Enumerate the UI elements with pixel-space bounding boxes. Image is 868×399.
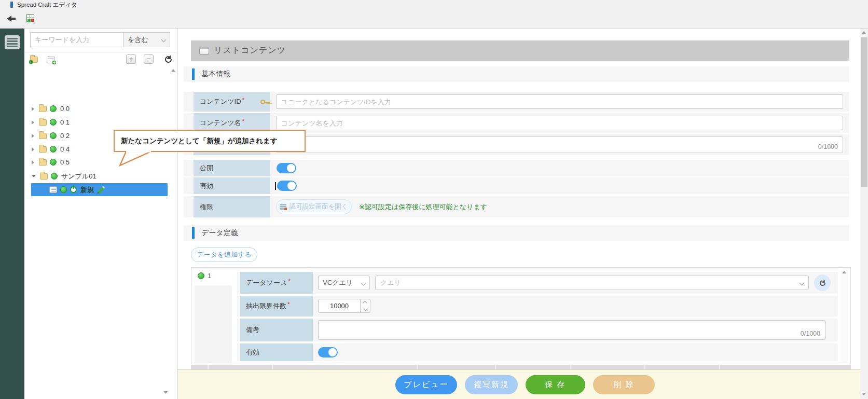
data-row-index: 1 bbox=[198, 272, 211, 280]
field-label-text: 有効 bbox=[246, 348, 259, 357]
back-arrow-icon-bar bbox=[11, 18, 16, 20]
match-mode-select[interactable]: を含む bbox=[123, 32, 170, 47]
tree-item-label: 0 0 bbox=[60, 105, 70, 113]
copy-new-button[interactable]: 複写新規 bbox=[465, 375, 518, 394]
field-label: 公開 bbox=[194, 160, 270, 176]
status-dot-icon bbox=[60, 186, 67, 193]
field-label-text: 権限 bbox=[200, 202, 213, 212]
permission-note: ※認可設定は保存後に処理可能となります bbox=[359, 202, 487, 212]
chevron-down-icon bbox=[800, 280, 805, 285]
add-folder-button[interactable] bbox=[30, 57, 38, 63]
data-row-limit: 抽出限界件数 * bbox=[237, 296, 838, 317]
auth-settings-label: 認可設定画面を開く bbox=[289, 202, 348, 211]
collapse-arrow-icon[interactable] bbox=[32, 147, 34, 152]
required-mark: * bbox=[288, 278, 291, 285]
publish-toggle-on[interactable] bbox=[277, 163, 296, 173]
tree-item[interactable]: 0 1 bbox=[24, 116, 177, 129]
tree-item-new-selected[interactable]: 新規 bbox=[31, 183, 168, 196]
main-content: リストコンテンツ 基本情報 コンテンツID * コンテンツ名 * bbox=[177, 29, 860, 399]
scroll-down-icon[interactable] bbox=[862, 393, 866, 395]
tree-item[interactable]: 0 0 bbox=[24, 102, 177, 115]
tooltip-callout: 新たなコンテンツとして「新規」が追加されます bbox=[114, 130, 306, 152]
limit-number-input[interactable] bbox=[318, 299, 361, 313]
tree-item-label: サンプル01 bbox=[61, 172, 97, 181]
scrollbar-thumb[interactable] bbox=[861, 37, 867, 187]
expand-all-button[interactable]: + bbox=[126, 54, 136, 64]
folder-icon bbox=[39, 133, 47, 139]
row-number: 1 bbox=[208, 272, 211, 280]
tree-scrollbar-up[interactable] bbox=[171, 69, 175, 72]
collapse-arrow-icon[interactable] bbox=[32, 160, 34, 164]
collapse-arrow-icon[interactable] bbox=[32, 120, 34, 125]
content-header: リストコンテンツ bbox=[191, 40, 849, 61]
refresh-tree-button[interactable] bbox=[165, 56, 172, 63]
add-data-button[interactable]: データを追加する bbox=[191, 247, 257, 262]
search-input[interactable] bbox=[30, 32, 123, 47]
spreadsheet-app-icon[interactable] bbox=[26, 14, 34, 22]
data-row-enabled: 有効 bbox=[237, 343, 838, 361]
field-label: データソース * bbox=[240, 272, 313, 294]
preview-button[interactable]: プレビュー bbox=[395, 375, 457, 394]
status-dot-icon bbox=[50, 159, 57, 166]
note-textarea[interactable]: 0/1000 bbox=[318, 320, 825, 340]
edit-pencil-icon[interactable] bbox=[98, 186, 105, 193]
datasource-type-select[interactable]: VCクエリ bbox=[318, 276, 370, 290]
field-label: 有効 bbox=[194, 177, 270, 194]
char-counter: 0/1000 bbox=[801, 330, 820, 337]
scroll-up-icon[interactable] bbox=[842, 271, 846, 273]
tree-item-sample01[interactable]: サンプル01 bbox=[24, 170, 177, 183]
tree-panel: を含む + − 0 0 0 1 bbox=[24, 29, 177, 399]
datasource-type-value: VCクエリ bbox=[323, 278, 353, 287]
status-dot-icon bbox=[50, 105, 57, 112]
field-label-text: 備考 bbox=[246, 325, 259, 335]
power-icon bbox=[70, 186, 77, 193]
content-name-input[interactable] bbox=[276, 116, 843, 130]
menu-icon[interactable] bbox=[5, 35, 20, 49]
limit-spinner[interactable] bbox=[361, 299, 370, 313]
tree-item-label: 0 4 bbox=[60, 145, 70, 153]
card-scrollbar[interactable] bbox=[841, 269, 847, 363]
tooltip-text: 新たなコンテンツとして「新規」が追加されます bbox=[121, 136, 278, 146]
tooltip-tail bbox=[118, 151, 159, 167]
collapse-arrow-icon[interactable] bbox=[32, 107, 34, 111]
chevron-down-icon bbox=[161, 37, 167, 43]
field-label-text: データソース bbox=[246, 278, 287, 287]
tree-scrollbar-down[interactable] bbox=[163, 391, 168, 394]
description-textarea[interactable]: 0/1000 bbox=[276, 136, 843, 153]
section-title: 基本情報 bbox=[201, 70, 230, 79]
key-icon bbox=[260, 100, 265, 104]
folder-icon bbox=[39, 159, 47, 166]
field-label: 備考 bbox=[240, 319, 313, 341]
tree-toolbar: + − bbox=[24, 52, 177, 67]
folder-icon bbox=[39, 119, 47, 126]
content-id-input[interactable] bbox=[276, 94, 843, 109]
scroll-up-icon[interactable] bbox=[862, 31, 866, 34]
collapse-all-button[interactable]: − bbox=[144, 54, 154, 64]
spinner-up-icon[interactable] bbox=[361, 299, 370, 306]
title-bar: Spread Craft エディタ bbox=[0, 0, 868, 9]
list-content-icon bbox=[49, 186, 57, 193]
form-row-content-id: コンテンツID * bbox=[184, 92, 849, 112]
open-auth-settings-button[interactable]: 認可設定画面を開く bbox=[276, 199, 352, 214]
main-scrollbar[interactable] bbox=[860, 29, 868, 399]
collapse-arrow-icon[interactable] bbox=[32, 134, 34, 138]
window-title: Spread Craft エディタ bbox=[17, 1, 77, 9]
save-button[interactable]: 保 存 bbox=[526, 375, 585, 394]
top-toolbar bbox=[0, 9, 868, 29]
back-button[interactable] bbox=[7, 15, 17, 23]
expand-arrow-icon[interactable] bbox=[32, 175, 36, 177]
delete-button[interactable]: 削 除 bbox=[593, 375, 655, 394]
enabled-toggle-on[interactable] bbox=[277, 181, 297, 191]
add-content-button[interactable] bbox=[47, 57, 55, 63]
data-enabled-toggle-on[interactable] bbox=[318, 347, 338, 357]
section-accent-bar bbox=[192, 68, 195, 80]
field-label-text: コンテンツID bbox=[200, 97, 241, 106]
query-combobox[interactable]: クエリ bbox=[375, 276, 809, 290]
form-row-enabled: 有効 bbox=[184, 177, 849, 194]
folder-icon bbox=[40, 173, 48, 180]
spinner-down-icon[interactable] bbox=[361, 306, 370, 313]
refresh-query-button[interactable] bbox=[814, 274, 831, 291]
add-folder-icon bbox=[30, 57, 38, 63]
folder-icon bbox=[39, 146, 47, 153]
field-label: 抽出限界件数 * bbox=[240, 296, 313, 317]
